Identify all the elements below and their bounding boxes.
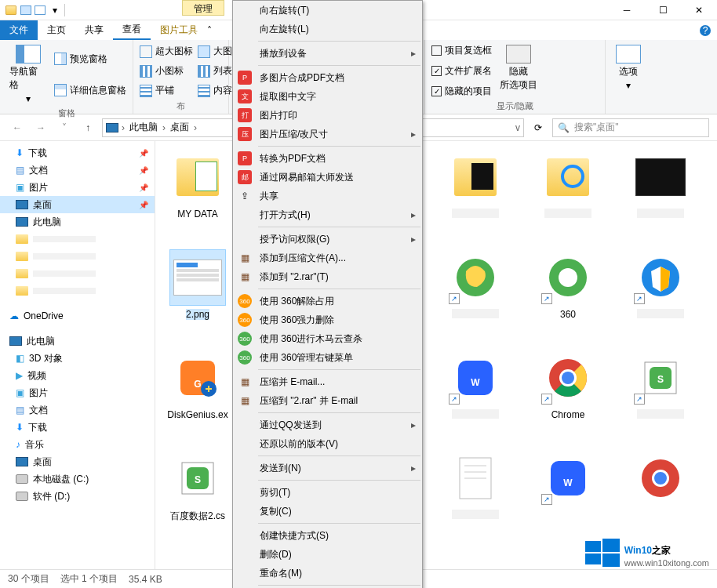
sidebar-videos[interactable]: ▶视频	[0, 367, 155, 384]
sidebar-pictures[interactable]: ▣图片📌	[0, 179, 155, 196]
sidebar-music[interactable]: ♪音乐	[0, 436, 155, 453]
mi-send-to[interactable]: 发送到(N)▸	[233, 459, 422, 477]
layout-list[interactable]: 列表	[198, 64, 232, 78]
hide-selected-button[interactable]: 隐藏 所选项目	[497, 43, 540, 99]
file-item-360browser[interactable]: ↗	[441, 249, 510, 336]
file-item-folder[interactable]	[441, 149, 510, 235]
mi-zip-2rar-email[interactable]: ▦压缩到 "2.rar" 并 E-mail	[233, 391, 422, 410]
file-item-csv[interactable]: S 百度数据2.cs	[163, 450, 232, 536]
sidebar-documents2[interactable]: ▤文档	[0, 401, 155, 419]
breadcrumb-desktop[interactable]: 桌面	[169, 121, 191, 134]
mi-zip-email[interactable]: ▦压缩并 E-mail...	[233, 372, 422, 391]
mi-open-with[interactable]: 打开方式(H)▸	[233, 205, 422, 224]
search-input[interactable]: 🔍 搜索"桌面"	[552, 118, 709, 137]
mi-restore-prev[interactable]: 还原以前的版本(V)	[233, 434, 422, 453]
layout-xl-icons[interactable]: 超大图标	[140, 44, 193, 59]
help-icon[interactable]: ?	[693, 20, 717, 40]
sidebar-folder[interactable]	[0, 265, 155, 282]
file-item-wps-doc[interactable]: W↗	[533, 450, 602, 536]
mi-cast[interactable]: 播放到设备▸	[233, 44, 422, 63]
mi-360-forcedel[interactable]: 360使用 360强力删除	[233, 310, 422, 329]
mi-merge-pdf[interactable]: P多图片合成PDF文档	[233, 68, 422, 87]
close-button[interactable]: ✕	[681, 0, 717, 20]
chevron-down-icon[interactable]: ▾	[49, 4, 61, 16]
layout-content[interactable]: 内容	[198, 83, 232, 98]
sidebar-pictures2[interactable]: ▣图片	[0, 384, 155, 401]
sidebar-thispc[interactable]: 此电脑	[0, 332, 155, 350]
mi-compress-img[interactable]: 压图片压缩/改尺寸▸	[233, 125, 422, 143]
mi-cut[interactable]: 剪切(T)	[233, 483, 422, 502]
sidebar-desktop[interactable]: 桌面📌	[0, 196, 155, 213]
file-item-image[interactable]	[626, 149, 695, 235]
mi-rotate-left[interactable]: 向左旋转(L)	[233, 20, 422, 38]
chk-file-ext[interactable]: ✓文件扩展名	[431, 64, 492, 78]
file-item-chrome[interactable]: ↗ Chrome	[533, 350, 602, 436]
preview-pane-button[interactable]: 预览窗格	[54, 52, 126, 67]
sidebar-folder[interactable]	[0, 230, 155, 248]
qat-item[interactable]	[20, 5, 31, 15]
file-item-ie-shortcut[interactable]	[533, 149, 602, 235]
sidebar-drive-d[interactable]: 软件 (D:)	[0, 488, 155, 505]
details-pane-button[interactable]: 详细信息窗格	[54, 83, 126, 98]
breadcrumb-thispc[interactable]: 此电脑	[128, 121, 159, 134]
sidebar-thispc-shortcut[interactable]: 此电脑	[0, 213, 155, 230]
chk-hidden-items[interactable]: ✓隐藏的项目	[431, 84, 492, 99]
mi-grant-access[interactable]: 授予访问权限(G)▸	[233, 230, 422, 249]
file-item-text[interactable]	[441, 450, 510, 536]
mi-360-menu[interactable]: 360使用 360管理右键菜单	[233, 348, 422, 367]
sidebar-drive-c[interactable]: 本地磁盘 (C:)	[0, 470, 155, 488]
sidebar-desktop2[interactable]: 桌面	[0, 453, 155, 470]
sidebar-onedrive[interactable]: ☁OneDrive	[0, 307, 155, 325]
up-button[interactable]: ↑	[78, 118, 97, 137]
mi-print[interactable]: 打图片打印	[233, 106, 422, 125]
address-dropdown[interactable]: v	[515, 122, 520, 133]
file-item-2png[interactable]: 2.png	[163, 249, 232, 336]
file-item-spreadsheet[interactable]: S↗	[626, 350, 695, 436]
file-item-security[interactable]: ↗	[626, 249, 695, 336]
mi-360-unlock[interactable]: 360使用 360解除占用	[233, 292, 422, 310]
tab-share[interactable]: 共享	[75, 20, 113, 40]
sidebar-folder[interactable]	[0, 248, 155, 265]
tab-picture-tools[interactable]: 图片工具	[151, 20, 207, 40]
sidebar-downloads[interactable]: ⬇下载📌	[0, 144, 155, 162]
nav-pane-button[interactable]: 导航窗格 ▾	[6, 43, 49, 106]
layout-lg-icons[interactable]: 大图	[198, 44, 232, 59]
mi-rename[interactable]: 重命名(M)	[233, 564, 422, 583]
back-button[interactable]: ←	[8, 118, 27, 137]
sidebar-3dobjects[interactable]: ◧3D 对象	[0, 350, 155, 367]
file-item-chrome2[interactable]	[626, 450, 695, 536]
layout-sm-icons[interactable]: 小图标	[140, 64, 193, 78]
file-item-diskgenius[interactable]: G DiskGenius.ex	[163, 350, 232, 436]
mi-copy[interactable]: 复制(C)	[233, 502, 422, 521]
history-dropdown[interactable]: ˅	[55, 118, 74, 137]
mi-rotate-right[interactable]: 向右旋转(T)	[233, 1, 422, 20]
mi-send-netease[interactable]: 邮通过网易邮箱大师发送	[233, 168, 422, 187]
mi-shortcut[interactable]: 创建快捷方式(S)	[233, 526, 422, 545]
mi-share[interactable]: ⇪共享	[233, 187, 422, 205]
chk-item-checkboxes[interactable]: 项目复选框	[431, 43, 492, 58]
file-item-360safe[interactable]: ↗ 360	[533, 249, 602, 336]
sidebar-folder[interactable]	[0, 282, 155, 299]
mi-qq-send[interactable]: 通过QQ发送到▸	[233, 416, 422, 434]
qat-item[interactable]	[35, 5, 45, 15]
tab-view[interactable]: 查看	[113, 20, 151, 40]
mi-add-2rar[interactable]: ▦添加到 "2.rar"(T)	[233, 267, 422, 286]
mi-delete[interactable]: 删除(D)	[233, 545, 422, 564]
refresh-button[interactable]: ⟳	[529, 118, 548, 137]
minimize-button[interactable]: ─	[609, 0, 645, 20]
collapse-ribbon-icon[interactable]: ˄	[207, 20, 212, 40]
tab-home[interactable]: 主页	[38, 20, 75, 40]
maximize-button[interactable]: ☐	[645, 0, 681, 20]
sidebar-downloads2[interactable]: ⬇下载	[0, 419, 155, 436]
forward-button[interactable]: →	[31, 118, 50, 137]
file-item-wps[interactable]: W↗	[441, 350, 510, 436]
sidebar-documents[interactable]: ▤文档📌	[0, 162, 155, 179]
mi-360-trojan[interactable]: 360使用 360进行木马云查杀	[233, 329, 422, 348]
layout-tiles[interactable]: 平铺	[140, 83, 193, 98]
options-button[interactable]: 选项 ▾	[612, 43, 645, 112]
mi-to-pdf[interactable]: P转换为PDF文档	[233, 149, 422, 168]
tab-file[interactable]: 文件	[0, 20, 38, 40]
contextual-tab-manage[interactable]: 管理	[182, 0, 224, 16]
mi-add-archive[interactable]: ▦添加到压缩文件(A)...	[233, 249, 422, 267]
mi-extract-text[interactable]: 文提取图中文字	[233, 87, 422, 106]
